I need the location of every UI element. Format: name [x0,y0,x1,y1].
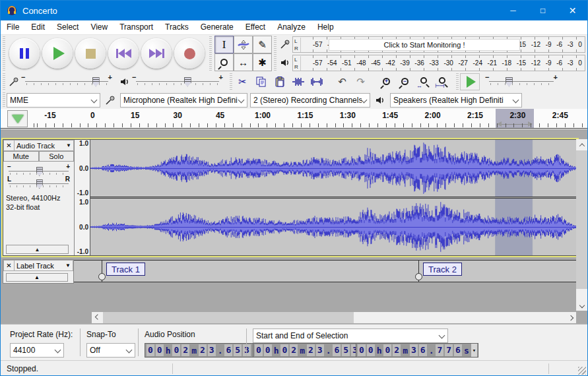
mute-button[interactable]: Mute [3,151,39,162]
waveform-channel-right[interactable] [90,199,577,255]
label-text[interactable]: Track 1 [106,263,145,276]
ruler-time-label: 45 [216,111,224,120]
skip-start-icon [116,49,131,58]
recording-channels-select[interactable]: 2 (Stereo) Recording Channels [250,93,370,108]
audio-host-select[interactable]: MME [7,93,100,108]
playback-volume-slider[interactable]: −+ [132,75,223,88]
monitoring-tooltip[interactable]: Click to Start Monitoring ! [329,39,520,51]
cut-button[interactable]: ✂ [234,73,251,90]
zoom-tool-icon [220,59,228,66]
timeline-ruler[interactable]: -1501530451:001:151:301:452:002:152:302:… [1,109,587,129]
zoom-in-button[interactable]: + [377,73,395,90]
recording-device-select[interactable]: Microphone (Realtek High Defini [120,93,247,108]
trim-audio-button[interactable] [289,73,307,90]
playback-meter[interactable]: LR -57-54-51-48-45-42-39-36-33-30-27-24-… [292,55,585,71]
vertical-scale-ruler[interactable]: 1.0 0.0 -1.0 1.0 0.0 -1.0 [75,140,90,255]
solo-button[interactable]: Solo [39,151,75,162]
pan-slider[interactable]: L R [7,177,70,189]
scroll-right-arrow[interactable] [565,312,576,323]
horizontal-scrollbar-thumb[interactable] [103,312,354,323]
envelope-tool-button[interactable] [234,36,253,53]
play-speed-slider[interactable]: −+ [485,75,558,88]
waveform-channel-left[interactable] [90,140,577,197]
device-toolbar-grip[interactable] [1,92,6,108]
label-text[interactable]: Track 2 [423,263,462,276]
copy-button[interactable] [252,73,270,90]
skip-to-end-button[interactable] [141,38,172,69]
record-button[interactable] [174,38,205,69]
vertical-scrollbar[interactable] [576,139,587,311]
edit-toolbar-grip[interactable] [228,73,233,90]
menu-effect[interactable]: Effect [240,20,271,34]
scroll-up-arrow[interactable] [576,139,587,150]
menu-analyze[interactable]: Analyze [271,20,311,34]
menu-generate[interactable]: Generate [195,20,240,34]
mixer-toolbar-grip[interactable] [1,73,6,90]
tools-toolbar-grip[interactable] [208,36,212,71]
horizontal-scrollbar[interactable] [92,312,576,323]
paste-button[interactable] [271,73,288,90]
zoom-tool-button[interactable] [214,53,234,71]
play-at-speed-button[interactable] [460,73,480,90]
undo-button[interactable]: ↶ [333,73,351,90]
track-menu-button[interactable]: Label Track ▼ [15,260,73,271]
label-band[interactable]: Track 1Track 2 [74,260,577,282]
resize-grip[interactable] [578,367,586,375]
microphone-icon [103,93,117,108]
vertical-scrollbar-thumb[interactable] [576,150,587,289]
fit-selection-button[interactable]: ↔ [414,73,432,90]
gain-slider[interactable]: − + [7,164,70,177]
snap-to-select[interactable]: Off [86,343,135,358]
stop-button[interactable] [75,38,106,69]
scroll-left-arrow[interactable] [92,312,103,323]
close-track-button[interactable]: ✕ [3,260,15,271]
status-text: Stopped. [7,364,38,373]
menu-help[interactable]: Help [311,20,340,34]
scroll-down-arrow[interactable] [576,299,587,311]
meter-right-label: R [294,63,298,71]
minimize-button[interactable]: ─ [498,1,528,20]
menu-tracks[interactable]: Tracks [159,20,195,34]
menu-view[interactable]: View [84,20,114,34]
play-button[interactable] [42,38,73,69]
menu-edit[interactable]: Edit [25,20,51,34]
recording-volume-thumb[interactable] [92,77,100,87]
maximize-button[interactable]: □ [528,1,558,20]
playback-device-select[interactable]: Speakers (Realtek High Definiti [390,93,522,108]
redo-button[interactable]: ↷ [352,73,370,90]
timeshift-tool-button[interactable]: ↔ [234,53,253,71]
menu-transport[interactable]: Transport [114,20,159,34]
close-button[interactable]: ✕ [558,1,587,20]
menu-file[interactable]: File [1,20,25,34]
project-rate-select[interactable]: 44100 [10,343,64,358]
play-at-speed-grip[interactable] [455,73,459,90]
zoom-out-button[interactable]: − [396,73,414,90]
draw-tool-button[interactable]: ✎ [253,36,272,53]
label-handle[interactable] [98,273,106,280]
selection-end-field[interactable]: 00h02m36.776s▾ [356,343,478,358]
track-menu-button[interactable]: Audio Track ▼ [15,140,74,151]
audio-position-field[interactable]: 00h02m23.653s▾ [145,343,267,358]
collapse-track-button[interactable]: ▲ [6,245,69,254]
time-field-dropdown[interactable]: ▾ [471,344,477,357]
recording-volume-slider[interactable]: −+ [21,75,112,88]
transport-toolbar-grip[interactable] [1,36,6,71]
close-track-button[interactable]: ✕ [3,140,15,151]
multi-tool-button[interactable]: ✱ [253,53,272,71]
dropdown-icon: ▼ [65,263,71,268]
silence-audio-button[interactable] [308,73,325,90]
label-handle[interactable] [415,273,422,280]
collapse-track-button[interactable]: ▲ [6,273,68,282]
selection-tool-button[interactable]: I [214,36,234,53]
skip-to-start-button[interactable] [108,38,139,69]
menu-select[interactable]: Select [51,20,84,34]
playback-volume-thumb[interactable] [184,77,191,87]
play-at-speed-icon [467,76,476,88]
selection-range-mode-select[interactable]: Start and End of Selection [253,329,448,343]
meter-toolbar-grip[interactable] [273,36,277,71]
play-speed-thumb[interactable] [506,77,513,87]
ruler-time-label: 15 [131,111,139,120]
fit-project-button[interactable]: ⊢⊣ [433,73,451,90]
recording-meter[interactable]: LR -57-54-51-48-45-42-39-36-33-30-27-24-… [292,36,585,53]
pause-button[interactable] [9,38,40,69]
